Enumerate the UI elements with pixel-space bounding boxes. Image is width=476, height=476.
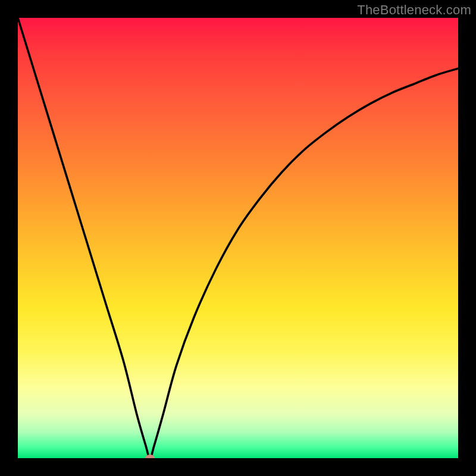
optimal-point-marker <box>145 455 155 458</box>
chart-frame: TheBottleneck.com <box>0 0 476 476</box>
bottleneck-curve <box>18 18 458 458</box>
plot-area <box>18 18 458 458</box>
curve-layer <box>18 18 458 458</box>
watermark-text: TheBottleneck.com <box>357 2 471 18</box>
